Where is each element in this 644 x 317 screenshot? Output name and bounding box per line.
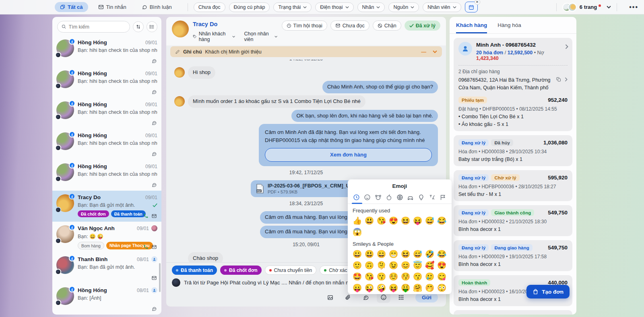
order-card[interactable]: Đang xử lý Đang giao hàng 549,750 Hóa đơ…	[454, 240, 572, 271]
filter-staff[interactable]: Nhân viên	[423, 2, 461, 12]
emoji-cat-food-icon[interactable]	[385, 193, 393, 204]
emoji-item[interactable]: 😆	[400, 215, 411, 226]
emoji-cat-activities-icon[interactable]	[396, 193, 404, 204]
emoji-item[interactable]: 😃	[363, 215, 375, 226]
tab-messages[interactable]: Tin nhắn	[93, 2, 132, 12]
emoji-item[interactable]: 😇	[412, 259, 423, 271]
order-card[interactable]: Phiếu tạm 952,240 Đặt hàng • DHFBP000015…	[454, 93, 572, 131]
quicktag-closed[interactable]: Đã chốt đơn	[220, 266, 262, 275]
emoji-item[interactable]: 😅	[412, 248, 423, 259]
staff-select-dropdown[interactable]: Chọn nhân viên	[244, 31, 277, 42]
invoice-count[interactable]: 20 hóa đơn	[476, 50, 503, 56]
emoji-item[interactable]: 😛	[351, 282, 363, 293]
view-order-button[interactable]: Xem đơn hàng	[265, 148, 432, 162]
image-attach-button[interactable]	[324, 292, 337, 303]
emoji-item[interactable]: 😆	[400, 248, 411, 259]
emoji-item[interactable]: ☺️	[388, 271, 399, 282]
emoji-item[interactable]: 😙	[412, 271, 423, 282]
emoji-item[interactable]: 🥰	[424, 259, 436, 271]
mail-icon[interactable]	[151, 214, 157, 218]
date-filter-button[interactable]: ✕	[465, 2, 478, 12]
emoji-item[interactable]: 😝	[412, 215, 423, 226]
pages-selector-label[interactable]: 6 trang	[580, 4, 597, 10]
emoji-cat-objects-icon[interactable]	[417, 193, 425, 204]
emoji-item[interactable]: 😂	[436, 215, 448, 226]
emoji-cat-symbols-icon[interactable]	[428, 193, 436, 204]
tab-all[interactable]: Tất cả	[55, 2, 88, 12]
emoji-item[interactable]: 😀	[351, 248, 363, 259]
conversation-item[interactable]: f Hồng Hổng09/01 Bạn: hihi bạn check tin…	[52, 160, 161, 191]
emoji-item[interactable]: 👍	[351, 215, 363, 226]
customer-label-dropdown[interactable]: Nhãn khách hàng	[193, 31, 235, 42]
conversation-item[interactable]: f Văn Ngọc Anh09/01 Bạn: 😄 😜 Bom hàng Nh…	[52, 222, 161, 253]
phone-icon[interactable]	[143, 213, 149, 218]
conversation-item[interactable]: f Hồng Hổng09/01 Bạn: hihi bạn check tin…	[52, 129, 161, 160]
emoji-cat-smileys-icon[interactable]	[363, 193, 371, 204]
emoji-item[interactable]: 🤣	[424, 248, 436, 259]
emoji-item[interactable]: 🫠	[376, 259, 387, 271]
emoji-cat-flags-icon[interactable]	[439, 193, 447, 204]
order-card[interactable]: Đang xử lý Chờ xử lý 595,920 Hóa đơn • H…	[454, 170, 572, 201]
filter-label[interactable]: Nhãn	[357, 2, 385, 12]
emoji-item[interactable]: 🤭	[424, 282, 436, 293]
sort-button[interactable]	[133, 21, 144, 32]
emoji-item[interactable]: 😍	[436, 259, 448, 271]
phone-icon[interactable]	[143, 244, 149, 249]
list-view-button[interactable]	[147, 21, 157, 32]
order-card[interactable]: Đang xử lý Giao thành công 549,750 Hóa đ…	[454, 205, 572, 236]
tag-bom-hang[interactable]: Bom hàng	[78, 242, 104, 249]
search-input[interactable]	[69, 24, 126, 30]
order-list[interactable]: Phiếu tạm 952,240 Đặt hàng • DHFBP000015…	[450, 90, 576, 315]
collapse-note-icon[interactable]: —	[421, 49, 427, 55]
order-card[interactable]: Đang xử lý Đã hủy 1,036,080 Hóa đơn • HD…	[454, 135, 572, 166]
emoji-cat-animals-icon[interactable]	[374, 193, 382, 204]
order-card[interactable]: Hoàn thành 320,000 Hóa đơn • HD000020 • …	[454, 310, 572, 315]
mail-icon[interactable]	[151, 276, 157, 280]
resolved-button[interactable]: Đã xử lý	[405, 21, 440, 31]
filter-syntax[interactable]: Đúng cú pháp	[229, 2, 270, 12]
conversation-item[interactable]: f Hồng Hổng09/01 Bạn: hihi bạn check tin…	[52, 67, 161, 98]
emoji-item[interactable]: 🤩	[351, 271, 363, 282]
conversation-item[interactable]: f Thanh Bình08/01 Bạn: Bạn đã gửi một ản…	[52, 253, 161, 284]
emoji-item[interactable]: 😉	[388, 259, 399, 271]
create-order-button[interactable]: Tạo đơn	[526, 285, 570, 298]
conversation-item-selected[interactable]: f Tracy Do09/01 Bạn: Bạn đã gửi một ảnh.…	[52, 191, 161, 222]
filter-unread[interactable]: Chưa đọc	[194, 2, 225, 12]
emoji-item[interactable]: 😊	[400, 259, 411, 271]
quicktag-not-transferred[interactable]: Chưa chuyển tiền	[265, 266, 317, 275]
filter-status[interactable]: Trạng thái	[273, 2, 312, 12]
emoji-item[interactable]: 🤪	[376, 282, 387, 293]
mail-icon[interactable]	[151, 245, 157, 249]
tab-comments[interactable]: Bình luận	[136, 2, 177, 12]
block-button[interactable]: Chặn	[373, 21, 401, 31]
chevron-right-icon[interactable]	[565, 77, 568, 82]
more-menu-icon[interactable]: •••	[629, 4, 638, 11]
emoji-item[interactable]: 😘	[376, 215, 387, 226]
filter-phone[interactable]: Điện thoại	[315, 2, 353, 12]
conversation-item[interactable]: f Hồng Hổng09/01 Bạn: hihi bạn check tin…	[52, 36, 161, 67]
emoji-item[interactable]: 😅	[424, 215, 436, 226]
tag-paid[interactable]: Đã thanh toán	[111, 210, 146, 217]
emoji-cat-recent-icon[interactable]	[353, 193, 360, 204]
emoji-item[interactable]: 😝	[388, 282, 399, 293]
emoji-item[interactable]: 😁	[388, 248, 399, 259]
emoji-item[interactable]: 😋	[436, 271, 448, 282]
emoji-item[interactable]: 🥲	[424, 271, 436, 282]
copy-icon[interactable]	[556, 77, 561, 82]
emoji-item[interactable]: 🤗	[412, 282, 423, 293]
chevron-down-icon[interactable]	[607, 6, 611, 8]
emoji-item[interactable]: 😗	[376, 271, 387, 282]
chevron-right-icon[interactable]	[565, 44, 568, 49]
emoji-item[interactable]: 😱	[351, 226, 363, 237]
emoji-item[interactable]: 😜	[363, 282, 375, 293]
emoji-cat-travel-icon[interactable]	[407, 193, 414, 204]
find-conversation-button[interactable]: Tìm hội thoại	[282, 21, 327, 31]
emoji-item[interactable]: 🤑	[400, 282, 411, 293]
emoji-item[interactable]: 🙃	[363, 259, 375, 271]
emoji-item[interactable]: 😂	[436, 248, 448, 259]
search-box[interactable]	[57, 21, 130, 33]
emoji-item[interactable]: 🙂	[351, 259, 363, 271]
emoji-item[interactable]: 😄	[376, 248, 387, 259]
tag-closed-deal[interactable]: Đã chốt đơn	[78, 210, 109, 217]
emoji-item[interactable]: 😍	[388, 215, 399, 226]
